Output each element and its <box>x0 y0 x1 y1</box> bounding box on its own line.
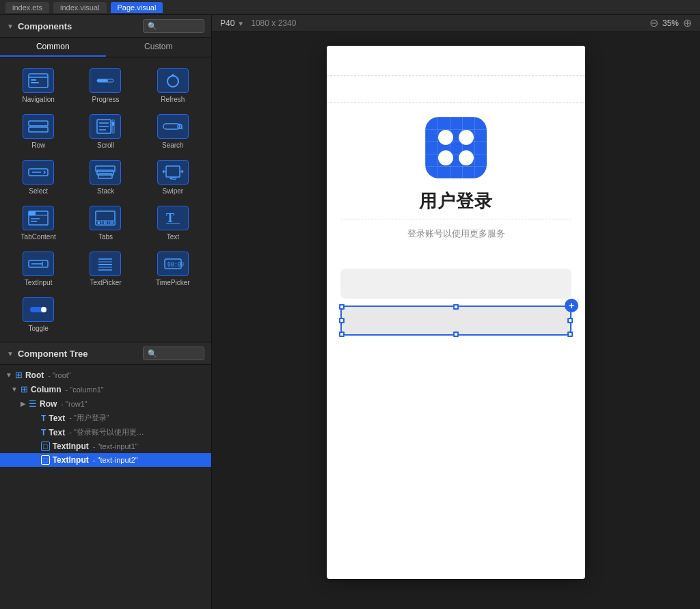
text2-name: Text <box>49 428 65 437</box>
handle-tl[interactable] <box>339 304 345 310</box>
row-label: Row <box>31 141 45 149</box>
component-tabs: Common Custom <box>0 38 211 57</box>
svg-point-28 <box>174 178 176 180</box>
canvas-dimensions: 1080 x 2340 <box>251 18 296 28</box>
zoom-out-button[interactable]: ⊖ <box>649 18 658 29</box>
component-progress[interactable]: Progress <box>72 63 138 107</box>
tree-node-textinput1[interactable]: □ TextInput - "text-input1" <box>0 439 211 453</box>
progress-label: Progress <box>92 96 119 103</box>
handle-tm[interactable] <box>453 304 459 310</box>
tree-chevron[interactable]: ▼ <box>7 350 14 357</box>
column-icon: ⊞ <box>21 384 28 394</box>
components-title: ▼ Components <box>7 21 72 31</box>
handle-br[interactable] <box>567 331 573 337</box>
tree-search[interactable]: 🔍 <box>143 347 204 360</box>
svg-rect-3 <box>31 82 39 83</box>
handle-ml[interactable] <box>339 318 345 323</box>
component-refresh[interactable]: Refresh <box>140 63 206 107</box>
tree-node-root[interactable]: ▼ ⊞ Root - "root" <box>0 368 211 382</box>
scroll-icon <box>90 114 121 139</box>
svg-marker-6 <box>170 74 176 77</box>
phone-inputs-area: + <box>327 262 585 356</box>
components-label: Components <box>18 21 72 31</box>
component-stack[interactable]: Stack <box>72 154 138 199</box>
component-row[interactable]: Row <box>5 109 71 153</box>
component-textpicker[interactable]: TextPicker <box>72 246 138 290</box>
component-textinput[interactable]: TextInput <box>5 246 71 290</box>
textinput1-icon: □ <box>41 442 50 451</box>
add-component-button[interactable]: + <box>565 299 578 312</box>
row-name: Row <box>40 399 57 409</box>
logo-grid-overlay <box>425 117 487 178</box>
svg-text:T: T <box>166 211 174 225</box>
textinput2-id: - "text-input2" <box>93 456 138 464</box>
canvas-toolbar: P40 ▼ 1080 x 2340 ⊖ 35% ⊕ <box>212 15 700 32</box>
toggle-icon <box>23 297 54 322</box>
search-icon: 🔍 <box>148 22 157 31</box>
tree-title: ▼ Component Tree <box>7 349 88 359</box>
components-chevron[interactable]: ▼ <box>7 23 14 30</box>
tree-header: ▼ Component Tree 🔍 <box>0 342 211 365</box>
tab-index-visual[interactable]: index.visual <box>53 2 106 13</box>
zoom-in-button[interactable]: ⊕ <box>683 18 692 29</box>
phone-content: 用户登录 登录账号以使用更多服务 <box>327 103 585 262</box>
component-tabs[interactable]: Tabs <box>72 200 138 245</box>
component-scroll[interactable]: Scroll <box>72 109 138 153</box>
component-select[interactable]: Select <box>5 154 71 199</box>
handle-bm[interactable] <box>453 331 459 337</box>
stack-label: Stack <box>97 187 114 195</box>
tab-common[interactable]: Common <box>0 38 106 57</box>
column-id: - "column1" <box>66 385 104 394</box>
component-tabcontent[interactable]: TabContent <box>5 200 71 245</box>
svg-point-38 <box>98 221 100 224</box>
textpicker-icon <box>90 252 121 276</box>
svg-line-17 <box>181 128 183 130</box>
device-chevron: ▼ <box>237 20 244 27</box>
handle-mr[interactable] <box>567 318 573 323</box>
component-timepicker[interactable]: 00:00 TimePicker <box>140 246 206 290</box>
components-search[interactable]: 🔍 <box>143 19 204 33</box>
phone-row-area <box>327 76 585 103</box>
text2-icon: T <box>41 428 46 437</box>
device-selector[interactable]: P40 ▼ <box>220 18 244 28</box>
tab-index-ets[interactable]: index.ets <box>5 2 49 13</box>
component-search[interactable]: Search <box>140 109 206 153</box>
row-icon <box>23 114 54 139</box>
tree-node-text2[interactable]: T Text - "登录账号以使用更多服务" <box>0 425 211 439</box>
handle-bl[interactable] <box>339 331 345 337</box>
textinput-label: TextInput <box>25 279 53 286</box>
phone-textinput1 <box>340 269 571 299</box>
tree-node-column[interactable]: ▼ ⊞ Column - "column1" <box>0 382 211 396</box>
phone-title: 用户登录 <box>419 189 493 213</box>
svg-rect-21 <box>97 170 113 175</box>
canvas-scroll[interactable]: 用户登录 登录账号以使用更多服务 <box>212 32 700 609</box>
tree-node-textinput2[interactable]: □ TextInput - "text-input2" <box>0 453 211 467</box>
svg-point-40 <box>111 221 113 224</box>
phone-textinput2[interactable]: + <box>340 306 571 336</box>
zoom-level: 35% <box>662 18 679 28</box>
textinput2-icon: □ <box>41 455 50 465</box>
tab-custom[interactable]: Custom <box>106 38 212 57</box>
phone-nav-bar <box>327 46 585 76</box>
row-tree-icon: ☰ <box>29 398 37 409</box>
tab-page-visual[interactable]: Page.visual <box>111 2 163 13</box>
textinput-icon <box>23 252 54 276</box>
text-icon: T <box>157 206 189 230</box>
tree-node-text1[interactable]: T Text - "用户登录" <box>0 411 211 425</box>
tree-search-icon: 🔍 <box>148 349 157 358</box>
component-swiper[interactable]: Swiper <box>140 154 206 199</box>
svg-rect-23 <box>166 166 180 177</box>
select-label: Select <box>29 187 48 195</box>
component-text[interactable]: T Text <box>140 200 206 245</box>
component-navigation[interactable]: Navigation <box>5 63 71 107</box>
root-name: Root <box>25 370 44 380</box>
component-toggle[interactable]: Toggle <box>5 292 71 336</box>
component-grid: Navigation Progress <box>0 57 211 342</box>
svg-text:00:00: 00:00 <box>167 262 184 268</box>
svg-rect-8 <box>29 127 48 132</box>
tree-node-row[interactable]: ▶ ☰ Row - "row1" <box>0 396 211 411</box>
row-id: - "row1" <box>61 400 87 408</box>
tree-content: ▼ ⊞ Root - "root" ▼ ⊞ Column - "column1"… <box>0 365 211 609</box>
column-arrow: ▼ <box>11 385 18 393</box>
text1-icon: T <box>41 414 46 423</box>
